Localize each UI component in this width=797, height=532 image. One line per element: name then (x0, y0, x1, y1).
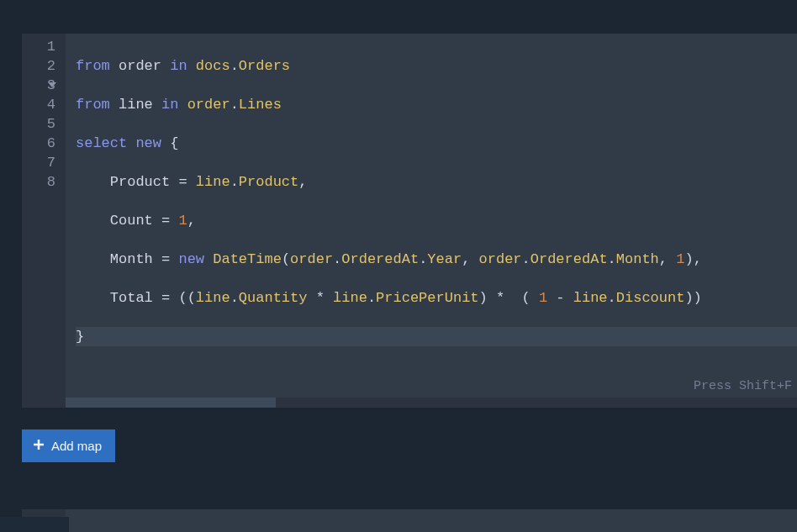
line-gutter: 1 2 3 4 5 6 7 8 (22, 34, 66, 408)
shortcut-hint: Press Shift+F (694, 377, 792, 396)
plus-icon (32, 438, 45, 454)
line-number: 6 (22, 134, 55, 153)
add-map-label: Add map (51, 439, 102, 453)
line-number: 4 (22, 95, 55, 114)
code-area[interactable]: from result in results group result by n… (66, 509, 797, 532)
add-map-button[interactable]: Add map (22, 429, 115, 462)
line-number: 8 (22, 172, 55, 192)
line-number: 1 (22, 37, 55, 56)
scrollbar-thumb[interactable] (66, 398, 276, 408)
line-number: 7 (22, 153, 55, 172)
map-editor[interactable]: 1 2 3 4 5 6 7 8 from order in docs.Order… (22, 34, 797, 408)
footer-strip (0, 517, 69, 532)
code-area[interactable]: from order in docs.Orders from line in o… (66, 34, 797, 408)
reduce-editor[interactable]: 1 2 3 4 5 6 7 8 9 from result in results… (22, 509, 797, 532)
horizontal-scrollbar[interactable] (66, 398, 797, 408)
line-number: 2 (22, 56, 55, 76)
line-number: 5 (22, 114, 55, 134)
line-number: 3 (22, 76, 55, 95)
